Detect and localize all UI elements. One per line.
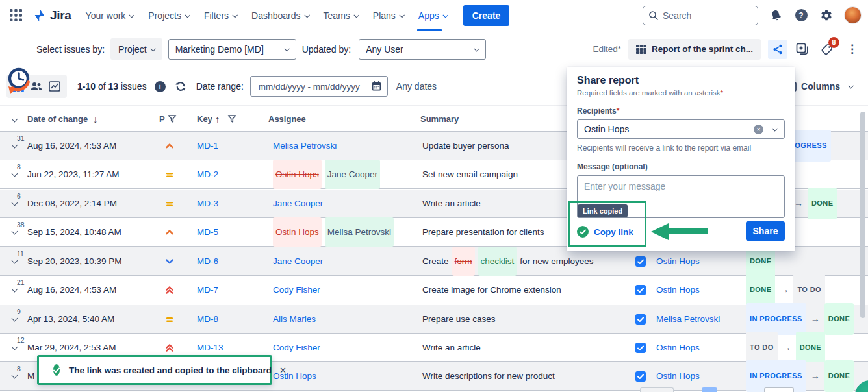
sort-desc-icon[interactable]: ↓ <box>93 106 98 132</box>
assignee-link[interactable]: Jane Cooper <box>273 190 323 217</box>
issues-count: 1-10 of 13 issues <box>77 81 147 92</box>
col-header-priority[interactable]: P <box>159 106 165 132</box>
chevron-down-icon <box>399 12 404 18</box>
changed-by-link[interactable]: Melisa Petrovski <box>656 305 720 333</box>
sort-asc-icon[interactable]: ↑ <box>215 106 220 132</box>
app-switcher-icon[interactable] <box>8 8 23 23</box>
issue-key-link[interactable]: MD-2 <box>197 160 218 188</box>
changed-by-link[interactable]: Ostin Hops <box>656 334 700 361</box>
changed-by-link[interactable]: Ostin Hops <box>656 247 700 275</box>
expand-row-icon[interactable] <box>12 228 18 235</box>
vertical-scrollbar[interactable] <box>860 112 865 318</box>
table-row[interactable]: 11 Sep 20, 2023, 10:39 PM MD-6 Jane Coop… <box>0 247 868 276</box>
expand-row-icon[interactable] <box>12 171 18 177</box>
calendar-icon[interactable] <box>371 80 382 92</box>
assignee-link[interactable]: Cody Fisher <box>273 276 320 304</box>
search-input[interactable] <box>643 6 758 25</box>
nav-item-teams[interactable]: Teams <box>324 0 358 31</box>
approved-checkbox[interactable] <box>635 256 646 267</box>
chart-view-button[interactable] <box>49 81 60 92</box>
jira-logo-icon <box>32 8 47 23</box>
issue-key-link[interactable]: MD-3 <box>197 190 218 217</box>
approved-checkbox[interactable] <box>635 371 646 382</box>
issue-source-type-dropdown[interactable]: Project <box>110 38 162 60</box>
changed-by-link[interactable]: Ostin Hops <box>656 276 700 304</box>
nav-item-projects[interactable]: Projects <box>148 0 189 31</box>
expand-row-icon[interactable] <box>12 344 18 350</box>
expand-all-icon[interactable] <box>12 116 18 123</box>
user-avatar[interactable] <box>844 6 862 24</box>
issue-summary: Create image for Chrome extension <box>422 276 561 304</box>
nav-item-your-work[interactable]: Your work <box>86 0 134 31</box>
nav-item-apps[interactable]: Apps <box>418 0 447 31</box>
refresh-button[interactable] <box>174 80 187 92</box>
save-to-library-button[interactable] <box>795 42 810 57</box>
changed-by-link[interactable]: Ostin Hops <box>656 362 700 390</box>
issue-key-link[interactable]: MD-6 <box>197 247 218 275</box>
assignee-link[interactable]: Cody Fisher <box>273 334 320 361</box>
table-row[interactable]: 21 Aug 16, 2024, 4:53 AM MD-7 Cody Fishe… <box>0 276 868 304</box>
filter-funnel-icon[interactable] <box>227 114 236 125</box>
approved-checkbox[interactable] <box>635 343 646 353</box>
jira-logo[interactable]: Jira <box>32 8 71 23</box>
approved-checkbox[interactable] <box>635 314 646 325</box>
col-header-assignee[interactable]: Assignee <box>268 106 306 132</box>
share-submit-button[interactable]: Share <box>746 221 785 241</box>
filter-funnel-icon[interactable] <box>168 114 177 125</box>
report-toolbar: Select issues by: Project Marketing Demo… <box>0 31 868 67</box>
chevron-down-icon <box>353 12 359 18</box>
assignee-link[interactable]: Melisa Petrovski <box>273 132 337 160</box>
chevron-down-icon <box>233 12 238 18</box>
nav-item-dashboards[interactable]: Dashboards <box>251 0 309 31</box>
expand-row-icon[interactable] <box>12 142 18 149</box>
date-range-input[interactable] <box>250 76 388 97</box>
expand-row-icon[interactable] <box>12 315 18 322</box>
assignee-link[interactable]: Jane Cooper <box>273 247 323 275</box>
share-report-button[interactable] <box>768 40 787 59</box>
issue-key-link[interactable]: MD-5 <box>197 218 218 246</box>
issue-summary: Set new email campaign <box>422 160 518 188</box>
expand-row-icon[interactable] <box>12 258 18 264</box>
create-button[interactable]: Create <box>463 5 510 26</box>
changes-count: 38 <box>17 221 25 228</box>
partial-badge <box>640 387 674 392</box>
col-header-key[interactable]: Key <box>197 106 212 132</box>
change-date: Aug 16, 2024, 4:53 AM <box>27 276 116 304</box>
col-header-date-of-change[interactable]: Date of change <box>27 106 88 132</box>
columns-button[interactable]: Columns <box>785 81 852 92</box>
notifications-bell-icon[interactable] <box>768 8 784 23</box>
info-icon[interactable]: i <box>155 81 166 92</box>
more-actions-button[interactable]: ⋮ <box>844 42 860 56</box>
issue-summary: Update buyer persona <box>422 132 509 160</box>
status-cell: DONE→TO DO <box>746 276 825 304</box>
help-icon[interactable]: ? <box>793 8 809 23</box>
active-tab-underline <box>417 29 442 31</box>
global-search <box>643 6 758 25</box>
change-date: Dec 08, 2022, 2:14 PM <box>27 190 117 217</box>
change-date: Aug 16, 2024, 4:53 AM <box>27 132 116 160</box>
issue-key-link[interactable]: MD-1 <box>197 132 218 160</box>
assignee-link[interactable]: Alis Maries <box>273 305 316 333</box>
settings-gear-icon[interactable] <box>819 8 834 23</box>
clear-icon[interactable]: ✕ <box>754 125 763 134</box>
nav-item-filters[interactable]: Filters <box>204 0 236 31</box>
edited-status-label: Edited* <box>593 44 621 54</box>
expand-row-icon[interactable] <box>12 200 18 206</box>
col-header-summary[interactable]: Summary <box>420 106 459 132</box>
recipients-select[interactable]: Ostin Hops ✕ <box>577 119 785 139</box>
issue-key-link[interactable]: MD-7 <box>197 276 218 304</box>
project-dropdown[interactable]: Marketing Demo [MD] <box>168 39 296 60</box>
issue-key-link[interactable]: MD-8 <box>197 305 218 333</box>
approved-checkbox[interactable] <box>635 285 646 295</box>
nav-item-plans[interactable]: Plans <box>373 0 403 31</box>
close-icon[interactable]: ✕ <box>279 365 287 375</box>
search-icon <box>648 10 659 21</box>
updated-by-dropdown[interactable]: Any User <box>359 39 486 60</box>
expand-row-icon[interactable] <box>12 373 18 379</box>
status-arrow-icon: → <box>780 276 789 304</box>
table-row[interactable]: 9 Apr 13, 2024, 5:40 AM MD-8 Alis Maries… <box>0 305 868 334</box>
labels-button[interactable]: 8 <box>817 40 837 59</box>
chevron-down-icon <box>284 46 289 51</box>
report-selector-button[interactable]: Report of the sprint ch... <box>628 39 761 60</box>
expand-row-icon[interactable] <box>12 286 18 293</box>
